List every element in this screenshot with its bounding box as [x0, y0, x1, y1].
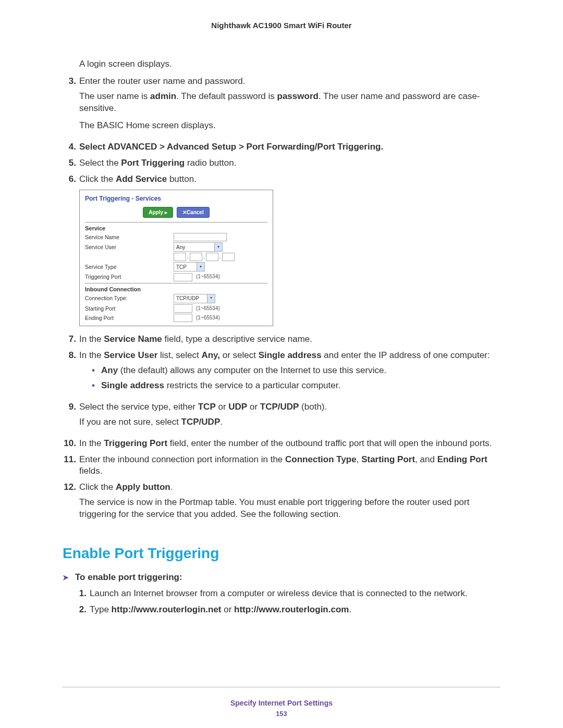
connection-type-select[interactable]: TCP/UDP ▾ [174, 294, 215, 303]
step-3: 3. Enter the router user name and passwo… [63, 76, 500, 137]
t: In the [79, 334, 104, 344]
section-heading: Enable Port Triggering [63, 544, 500, 563]
step-body: Select the Port Triggering radio button. [79, 157, 500, 169]
t: and enter the IP address of one computer… [322, 350, 490, 360]
bold: TCP [198, 402, 216, 412]
chevron-down-icon: ▾ [214, 243, 222, 251]
step-num: 4. [63, 141, 79, 153]
t: or select [220, 350, 259, 360]
bullet: • Any (the default) allows any computer … [92, 365, 500, 377]
label: Triggering Port [85, 273, 174, 280]
ctrl [174, 233, 267, 241]
range-hint: (1~65534) [196, 274, 220, 279]
ctrl: (1~65534) [174, 304, 267, 313]
bold: Starting Port [361, 454, 415, 464]
bullet: • Single address restricts the service t… [92, 380, 500, 392]
para: The service is now in the Portmap table.… [79, 497, 500, 521]
bullet-dot-icon: • [92, 380, 101, 392]
t: In the [79, 350, 104, 360]
service-type-select[interactable]: TCP ▾ [174, 262, 205, 272]
label: Service Name [85, 233, 174, 241]
port-triggering-panel: Port Triggering - Services Apply ▸ ✕Canc… [79, 190, 273, 326]
step-num: 3. [63, 76, 79, 137]
t: button. [167, 174, 197, 184]
ctrl: Any ▾ [174, 242, 267, 252]
row-triggering-port: Triggering Port (1~65534) [80, 272, 273, 281]
bold-url2: http://www.routerlogin.com [234, 604, 349, 614]
t: Click the [79, 174, 116, 184]
section-service: Service [80, 224, 273, 232]
bullet-list: • Any (the default) allows any computer … [92, 365, 500, 392]
t: , and [415, 454, 437, 464]
starting-port-input[interactable] [174, 304, 192, 313]
service-name-input[interactable] [174, 233, 227, 241]
t: Type [90, 604, 112, 614]
dot: . [203, 253, 205, 260]
service-user-select[interactable]: Any ▾ [174, 242, 223, 252]
footer-text: Specify Internet Port Settings [0, 699, 563, 707]
step-body: Type http://www.routerlogin.net or http:… [90, 604, 500, 616]
t: restricts the service to a particular co… [164, 380, 340, 390]
step-7: 7. In the Service Name field, type a des… [63, 334, 500, 346]
chevron-down-icon: ▾ [197, 263, 204, 271]
footer-page-number: 153 [0, 710, 563, 718]
content: A login screen displays. 3. Enter the ro… [63, 58, 500, 616]
bold: Port Triggering [121, 158, 185, 168]
ctrl: TCP/UDP ▾ [174, 294, 267, 303]
dot: . [187, 253, 189, 260]
t: fields. [79, 466, 102, 476]
ctrl: TCP ▾ [174, 262, 267, 272]
step-5: 5. Select the Port Triggering radio butt… [63, 157, 500, 169]
cancel-button[interactable]: ✕Cancel [177, 207, 210, 218]
bold: Connection Type [285, 454, 357, 464]
t: . [220, 417, 223, 427]
t: Select the [79, 158, 121, 168]
step-body: In the Service User list, select Any, or… [79, 350, 500, 397]
divider [85, 222, 267, 223]
t: Enter the inbound connection port inform… [79, 454, 285, 464]
estep-2: 2. Type http://www.routerlogin.net or ht… [73, 604, 500, 616]
t: , [357, 454, 361, 464]
panel-buttons: Apply ▸ ✕Cancel [80, 206, 273, 221]
ip-octet-3[interactable] [206, 253, 218, 261]
step-num: 6. [63, 174, 79, 186]
bold: Single address [259, 350, 322, 360]
row-starting-port: Starting Port (1~65534) [80, 304, 273, 313]
bold: Add Service [116, 174, 167, 184]
footer-rule [63, 687, 500, 687]
ip-octet-4[interactable] [222, 253, 235, 261]
apply-button[interactable]: Apply ▸ [143, 207, 173, 218]
login-para: A login screen displays. [79, 58, 500, 70]
page: Nighthawk AC1900 Smart WiFi Router A log… [0, 0, 563, 728]
ending-port-input[interactable] [174, 314, 192, 322]
t: . The default password is [176, 91, 277, 101]
step-num: 12. [63, 482, 79, 526]
row-ip: ... [80, 252, 273, 262]
para: The user name is admin. The default pass… [79, 91, 500, 115]
t: field, type a descriptive service name. [162, 334, 312, 344]
bold: TCP/UDP [181, 417, 221, 427]
label: Service Type [85, 263, 174, 270]
bold: TCP/UDP [260, 402, 299, 412]
label: Service User [85, 243, 174, 251]
step-num: 7. [63, 334, 79, 346]
select-value: Any [176, 244, 185, 251]
dot: . [219, 253, 221, 260]
para: The BASIC Home screen displays. [79, 120, 500, 132]
bold: Triggering Port [104, 438, 167, 448]
step-body: Click the Apply button. The service is n… [79, 482, 500, 526]
bold: Any [101, 365, 118, 375]
divider [85, 283, 267, 283]
step-num: 2. [73, 604, 90, 616]
ip-octet-1[interactable] [174, 253, 186, 261]
t: field, enter the number of the outbound … [167, 438, 492, 448]
bold-password: password [277, 91, 319, 101]
ip-octet-2[interactable] [190, 253, 202, 261]
document-header: Nighthawk AC1900 Smart WiFi Router [63, 21, 500, 30]
ctrl: (1~65534) [174, 314, 267, 322]
select-value: TCP [176, 264, 187, 271]
step-num: 11. [63, 454, 79, 478]
triggering-port-input[interactable] [174, 273, 192, 281]
row-service-user: Service User Any ▾ [80, 242, 273, 252]
t: radio button. [185, 158, 236, 168]
